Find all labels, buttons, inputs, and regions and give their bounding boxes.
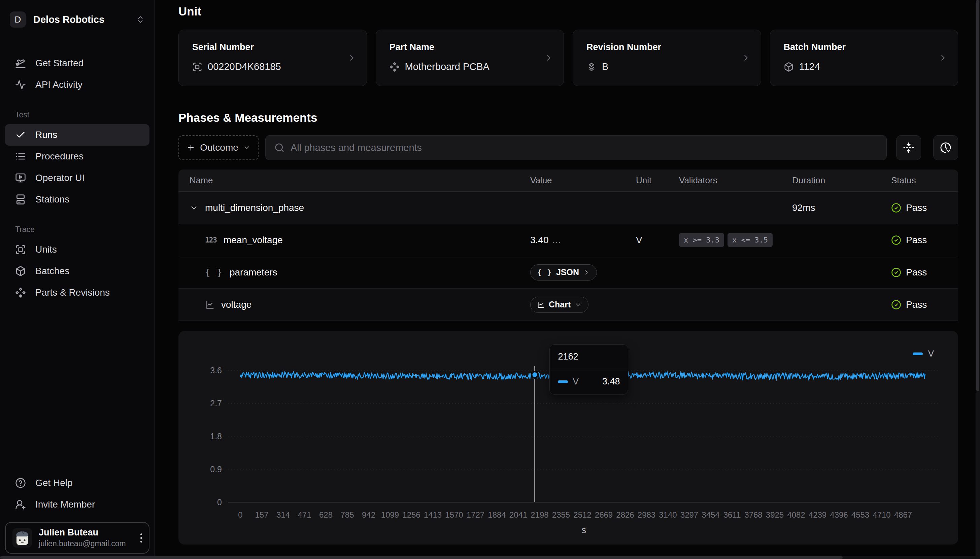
- card-label: Part Name: [390, 42, 551, 53]
- json-viewer-button[interactable]: { } JSON: [530, 265, 597, 281]
- section-label-test: Test: [5, 110, 149, 119]
- user-plus-icon: [15, 499, 26, 510]
- pass-check-icon: [891, 267, 901, 278]
- user-email: julien.buteau@gmail.com: [39, 539, 134, 548]
- svg-text:0: 0: [217, 498, 222, 507]
- card-label: Batch Number: [784, 42, 945, 53]
- svg-text:3925: 3925: [766, 510, 784, 519]
- measurement-name: voltage: [221, 299, 252, 310]
- svg-text:1.8: 1.8: [210, 432, 222, 441]
- svg-text:s: s: [582, 525, 587, 535]
- search-bar[interactable]: [265, 135, 887, 160]
- braces-icon: { }: [537, 268, 552, 276]
- table-row-phase[interactable]: multi_dimension_phase 92ms Pass: [178, 192, 958, 224]
- pass-check-icon: [891, 300, 901, 310]
- user-menu[interactable]: Julien Buteau julien.buteau@gmail.com: [5, 522, 149, 554]
- sidebar-nav: Get Started API Activity Test Runs Proce…: [5, 53, 149, 303]
- search-input[interactable]: [290, 142, 878, 153]
- sidebar-item-units[interactable]: Units: [5, 239, 149, 260]
- pass-check-icon: [891, 203, 901, 213]
- org-switcher[interactable]: D Delos Robotics: [5, 10, 149, 30]
- qr-scan-icon: [15, 244, 26, 255]
- svg-text:4553: 4553: [851, 510, 869, 519]
- sidebar-item-get-help[interactable]: Get Help: [5, 472, 149, 494]
- collapse-all-button[interactable]: [896, 135, 921, 160]
- unit-card-serial-number[interactable]: Serial Number 00220D4K68185: [178, 30, 367, 86]
- svg-text:4867: 4867: [894, 510, 912, 519]
- sidebar-item-parts-revisions[interactable]: Parts & Revisions: [5, 282, 149, 303]
- svg-text:2355: 2355: [552, 510, 570, 519]
- sidebar: D Delos Robotics Get Started API Activit…: [0, 0, 155, 559]
- chart-legend: V: [913, 349, 934, 359]
- sidebar-item-operator-ui[interactable]: Operator UI: [5, 167, 149, 189]
- svg-text:942: 942: [362, 510, 375, 519]
- sidebar-item-runs[interactable]: Runs: [5, 124, 149, 146]
- pass-check-icon: [891, 235, 901, 245]
- qr-scan-icon: [192, 62, 202, 72]
- measurement-name: mean_voltage: [224, 235, 283, 246]
- svg-text:1413: 1413: [424, 510, 442, 519]
- box-icon: [784, 62, 794, 72]
- sidebar-item-label: Runs: [35, 129, 57, 140]
- col-status: Status: [891, 175, 947, 186]
- chevron-down-icon[interactable]: [189, 203, 198, 212]
- section-label-trace: Trace: [5, 225, 149, 234]
- table-header: Name Value Unit Validators Duration Stat…: [178, 170, 958, 192]
- legend-series-label: V: [928, 349, 934, 359]
- tooltip-series-value: 3.48: [602, 376, 620, 387]
- chart-line-icon: [205, 300, 214, 309]
- outcome-filter-button[interactable]: Outcome: [178, 135, 259, 160]
- unit-card-revision-number[interactable]: Revision Number B: [573, 30, 761, 86]
- clock-arrow-down-icon: [940, 142, 952, 153]
- tooltip-series-label: V: [573, 376, 579, 387]
- svg-text:3454: 3454: [701, 510, 720, 519]
- table-row-mean-voltage[interactable]: 123 mean_voltage 3.40 … V x >= 3.3 x <= …: [178, 224, 958, 256]
- sidebar-item-stations[interactable]: Stations: [5, 189, 149, 210]
- svg-text:471: 471: [298, 510, 311, 519]
- history-button[interactable]: [933, 135, 958, 160]
- svg-text:4710: 4710: [872, 510, 890, 519]
- svg-text:628: 628: [319, 510, 333, 519]
- measurement-unit: V: [636, 235, 679, 246]
- unit-cards: Serial Number 00220D4K68185 Part Name Mo…: [178, 30, 958, 86]
- sidebar-item-invite-member[interactable]: Invite Member: [5, 494, 149, 515]
- unit-card-part-name[interactable]: Part Name Motherboard PCBA: [376, 30, 564, 86]
- col-name: Name: [189, 175, 530, 186]
- measurements-table: Name Value Unit Validators Duration Stat…: [178, 170, 958, 321]
- chart-tooltip: 2162 V 3.48: [549, 344, 628, 395]
- svg-text:2041: 2041: [509, 510, 527, 519]
- search-icon: [274, 142, 284, 153]
- chart-toggle-button[interactable]: Chart: [530, 297, 589, 313]
- activity-icon: [15, 79, 26, 90]
- box-icon: [15, 266, 26, 276]
- sidebar-item-procedures[interactable]: Procedures: [5, 146, 149, 167]
- plus-icon: [186, 143, 195, 152]
- svg-text:3768: 3768: [745, 510, 762, 519]
- table-row-parameters[interactable]: { } parameters { } JSON Pass: [178, 256, 958, 289]
- section-title-phases: Phases & Measurements: [178, 111, 958, 124]
- validator-badge: x >= 3.3: [679, 233, 724, 247]
- braces-icon: { }: [205, 267, 223, 278]
- sidebar-item-label: Operator UI: [35, 172, 85, 183]
- sidebar-item-label: Procedures: [35, 151, 83, 162]
- sidebar-item-get-started[interactable]: Get Started: [5, 53, 149, 74]
- chevron-right-icon: [741, 53, 751, 63]
- card-value: 1124: [799, 61, 820, 72]
- sidebar-item-api-activity[interactable]: API Activity: [5, 74, 149, 96]
- sidebar-item-label: Units: [35, 244, 57, 255]
- chevron-down-icon: [243, 144, 250, 151]
- svg-text:2198: 2198: [531, 510, 549, 519]
- svg-text:2512: 2512: [573, 510, 591, 519]
- svg-text:3611: 3611: [723, 510, 741, 519]
- filter-row: Outcome: [178, 135, 958, 160]
- chevron-right-icon: [938, 53, 948, 63]
- svg-text:4082: 4082: [787, 510, 805, 519]
- table-row-voltage[interactable]: voltage Chart Pass: [178, 289, 958, 321]
- card-label: Serial Number: [192, 42, 353, 53]
- unit-card-batch-number[interactable]: Batch Number 1124: [770, 30, 958, 86]
- vertical-scrollbar[interactable]: [976, 0, 980, 559]
- svg-text:0.9: 0.9: [210, 465, 222, 474]
- sidebar-item-batches[interactable]: Batches: [5, 260, 149, 282]
- horizontal-scrollbar[interactable]: [0, 556, 980, 559]
- kebab-menu-icon[interactable]: [140, 533, 142, 542]
